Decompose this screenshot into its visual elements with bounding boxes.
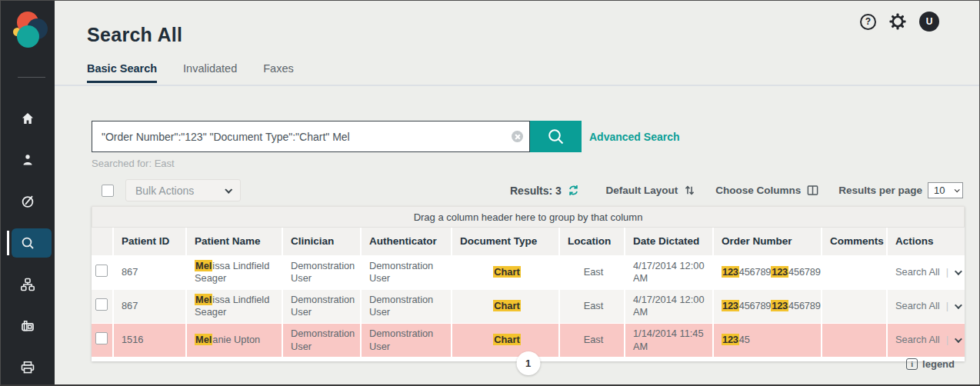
search-input[interactable] — [92, 121, 530, 152]
cell-text: 456789 — [788, 266, 821, 278]
column-header-clinician[interactable]: Clinician — [282, 228, 361, 255]
row-action-search-all[interactable]: Search All — [895, 300, 940, 313]
cell-text: 456789 — [739, 266, 772, 278]
cell-authenticator: Demonstration User — [361, 289, 452, 323]
cell-date-dictated: 4/17/2014 12:00 AM — [625, 289, 713, 323]
cell-text: anie Upton — [212, 334, 260, 345]
search-match-highlight: Mel — [195, 260, 212, 271]
column-header-date-dictated[interactable]: Date Dictated — [625, 228, 713, 255]
cell-patient-name: Melissa Lindfield Seager — [186, 289, 282, 323]
table-header-row: Patient IDPatient NameClinicianAuthentic… — [92, 228, 965, 255]
sidebar-item-transcriptions[interactable] — [1, 181, 55, 222]
cell-patient-name: Melissa Lindfield Seager — [186, 255, 282, 289]
refresh-button[interactable] — [567, 184, 580, 197]
cell-date-dictated: 4/17/2014 12:00 AM — [625, 255, 713, 289]
column-header-patient-name[interactable]: Patient Name — [186, 228, 282, 255]
cell-checkbox — [92, 255, 113, 289]
chevron-down-icon[interactable] — [955, 335, 962, 343]
logo-circle-teal — [17, 25, 39, 48]
cell-patient-id: 867 — [113, 289, 186, 323]
column-header-actions[interactable]: Actions — [887, 228, 965, 255]
results-count: Results: 3 — [510, 184, 580, 197]
edit-circle-icon — [20, 194, 35, 209]
footer-row: 1 i legend — [92, 351, 965, 378]
sidebar-item-patients[interactable] — [1, 139, 55, 181]
results-per-page-value: 10 — [934, 185, 945, 196]
row-checkbox[interactable] — [95, 265, 108, 277]
sidebar-item-fax[interactable] — [1, 305, 55, 347]
tab-faxes[interactable]: Faxes — [263, 62, 294, 83]
sidebar-item-print[interactable] — [1, 347, 55, 386]
row-actions: Search All| — [895, 266, 960, 279]
column-header-comments[interactable]: Comments — [822, 228, 887, 255]
tab-basic-search[interactable]: Basic Search — [87, 62, 157, 83]
row-action-search-all[interactable]: Search All — [895, 266, 940, 279]
pagination-page-1[interactable]: 1 — [516, 351, 540, 375]
sidebar-item-workflow[interactable] — [1, 264, 55, 305]
sidebar — [1, 1, 55, 384]
search-match-highlight: Mel — [195, 294, 212, 305]
cell-location: East — [559, 255, 625, 289]
topbar: ? U — [860, 12, 939, 32]
cell-clinician: Demonstration User — [282, 289, 361, 323]
table-row: 867Melissa Lindfield SeagerDemonstration… — [92, 289, 965, 323]
table-row: 867Melissa Lindfield SeagerDemonstration… — [92, 255, 965, 289]
column-header-location[interactable]: Location — [559, 228, 625, 255]
grid-tools: Default Layout Choose Columns Results pe… — [605, 182, 963, 198]
chevron-down-icon[interactable] — [955, 268, 962, 275]
tab-invalidated[interactable]: Invalidated — [183, 62, 237, 83]
home-icon — [20, 111, 35, 126]
app-window: ? U — [0, 0, 980, 386]
results-table: Patient IDPatient NameClinicianAuthentic… — [92, 228, 965, 357]
search-match-highlight: Mel — [195, 334, 212, 345]
cell-patient-id: 867 — [113, 255, 186, 289]
choose-columns-button[interactable]: Choose Columns — [715, 185, 801, 196]
sidebar-item-home[interactable] — [1, 98, 55, 139]
column-header-order-number[interactable]: Order Number — [713, 228, 822, 255]
settings-button[interactable] — [889, 13, 906, 30]
help-icon[interactable]: ? — [860, 14, 876, 30]
searched-for-text: Searched for: East — [92, 158, 175, 169]
advanced-search-link[interactable]: Advanced Search — [589, 131, 680, 143]
tabs-divider — [55, 85, 979, 86]
gear-icon — [889, 13, 906, 30]
search-match-highlight: 123 — [771, 266, 788, 278]
column-header-authenticator[interactable]: Authenticator — [361, 228, 452, 255]
bulk-actions-label: Bulk Actions — [135, 185, 194, 197]
search-match-highlight: 123 — [722, 266, 739, 278]
row-action-search-all[interactable]: Search All — [895, 334, 940, 347]
chevron-down-icon — [225, 186, 232, 194]
results-per-page-select[interactable]: 10 — [928, 182, 963, 198]
swap-vertical-icon[interactable] — [683, 184, 696, 197]
column-header-patient-id[interactable]: Patient ID — [113, 228, 186, 255]
results-label: Results: 3 — [510, 185, 562, 197]
search-row: Advanced Search — [92, 121, 680, 152]
cell-document-type: Chart — [452, 255, 559, 289]
printer-icon — [20, 360, 35, 375]
sidebar-nav — [1, 98, 55, 386]
row-checkbox[interactable] — [95, 332, 108, 344]
search-match-highlight: Chart — [493, 266, 520, 278]
results-grid: Drag a column header here to group by th… — [92, 206, 965, 361]
clear-x-icon[interactable] — [512, 131, 523, 142]
cell-order-number: 123456789123456789 — [713, 289, 822, 323]
columns-icon[interactable] — [806, 184, 819, 197]
legend-button[interactable]: i legend — [906, 358, 955, 370]
search-button[interactable] — [530, 121, 582, 152]
tab-bar: Basic Search Invalidated Faxes — [87, 62, 294, 83]
chevron-down-icon[interactable] — [955, 301, 962, 309]
column-header-document-type[interactable]: Document Type — [452, 228, 559, 255]
default-layout-button[interactable]: Default Layout — [605, 185, 678, 196]
app-logo — [12, 9, 50, 51]
bulk-actions-dropdown[interactable]: Bulk Actions — [125, 179, 241, 201]
search-match-highlight: 123 — [722, 300, 739, 311]
sidebar-item-search[interactable] — [1, 222, 55, 264]
sitemap-icon — [20, 277, 35, 292]
group-by-drop-zone[interactable]: Drag a column header here to group by th… — [92, 206, 965, 228]
search-match-highlight: 123 — [722, 334, 739, 345]
select-all-checkbox[interactable] — [102, 185, 114, 197]
user-avatar[interactable]: U — [919, 12, 939, 32]
cell-checkbox — [92, 289, 113, 323]
search-match-highlight: 123 — [771, 300, 788, 311]
row-checkbox[interactable] — [95, 298, 108, 311]
